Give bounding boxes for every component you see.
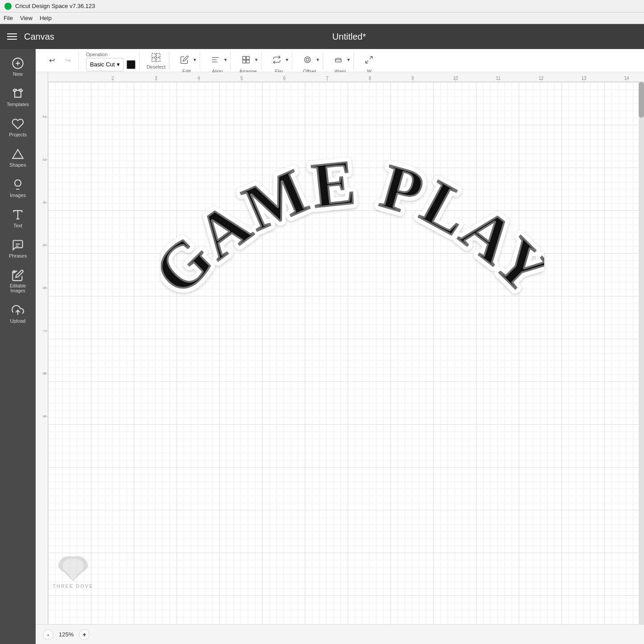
canvas-label: Canvas: [24, 32, 54, 42]
sidebar-item-projects-label: Projects: [9, 132, 27, 137]
flip-group: ▾ Flip: [265, 52, 292, 70]
hamburger-menu[interactable]: [7, 33, 17, 40]
warp-group: ▾ Warp: [327, 52, 354, 70]
arrange-icon: [242, 55, 250, 64]
sidebar-item-templates[interactable]: Templates: [2, 83, 34, 111]
align-button[interactable]: [207, 52, 223, 68]
deselect-label: Deselect: [147, 64, 166, 70]
text-icon: [12, 209, 24, 221]
operation-value: Basic Cut: [90, 61, 115, 68]
sidebar-item-images[interactable]: Images: [2, 174, 34, 202]
sidebar-item-text-label: Text: [13, 223, 22, 228]
offset-group: ▾ Offset: [296, 52, 323, 70]
sidebar-item-upload[interactable]: Upload: [2, 299, 34, 328]
shirt-icon: [12, 87, 24, 100]
svg-rect-11: [156, 53, 160, 57]
svg-rect-12: [152, 57, 156, 61]
sidebar-item-phrases[interactable]: Phrases: [2, 234, 34, 263]
lightbulb-icon: [12, 178, 24, 191]
svg-line-24: [370, 56, 373, 59]
svg-point-21: [305, 57, 311, 62]
sidebar-item-editable-images-label: EditableImages: [10, 283, 26, 293]
color-swatch[interactable]: [127, 60, 135, 69]
toolbar: ↩ ↪ Operation Basic Cut ▾: [36, 49, 644, 72]
scroll-thumb[interactable]: [639, 82, 644, 118]
svg-text:GAME PLAY: GAME PLAY: [161, 146, 544, 296]
deselect-button[interactable]: [148, 52, 164, 63]
undo-button[interactable]: ↩: [45, 54, 59, 67]
svg-point-22: [306, 58, 309, 61]
size-button[interactable]: [361, 52, 377, 68]
operation-label: Operation: [86, 52, 107, 57]
ruler-horizontal: 2 3 4 5 6 7 8 9 10: [48, 72, 644, 82]
operation-select[interactable]: Basic Cut ▾: [86, 58, 124, 71]
svg-rect-10: [152, 53, 156, 57]
document-title: Untitled*: [62, 32, 637, 42]
svg-text:GAME PLAY: GAME PLAY: [161, 146, 544, 296]
sidebar-item-shapes[interactable]: Shapes: [2, 144, 34, 172]
triangle-icon: [12, 148, 24, 160]
svg-rect-23: [336, 60, 341, 62]
app-logo: [4, 3, 12, 10]
zoom-in-button[interactable]: +: [79, 629, 90, 640]
canvas-artwork[interactable]: GAME PLAY GAME PLAY GAME PLAY: [61, 109, 644, 624]
operation-group: Operation Basic Cut ▾: [82, 52, 139, 70]
operation-dropdown-arrow: ▾: [117, 61, 120, 68]
edit-icon: [180, 55, 189, 64]
upload-icon: [12, 304, 24, 316]
deselect-icon: [151, 53, 161, 62]
sidebar-item-phrases-label: Phrases: [9, 253, 27, 258]
sidebar-item-projects[interactable]: Projects: [2, 113, 34, 142]
canvas-grid: GAME PLAY GAME PLAY GAME PLAY: [48, 82, 644, 624]
sidebar-item-text[interactable]: Text: [2, 204, 34, 233]
offset-icon: [303, 55, 312, 64]
svg-rect-19: [243, 60, 246, 63]
watermark-text: THREE DOVE: [53, 583, 94, 589]
zoom-out-button[interactable]: -: [43, 629, 53, 640]
svg-rect-17: [243, 56, 246, 59]
size-group: W: [357, 52, 381, 70]
game-play-svg: GAME PLAY GAME PLAY GAME PLAY: [161, 135, 544, 296]
offset-button[interactable]: [299, 52, 316, 68]
warp-icon: [334, 55, 343, 64]
menu-help[interactable]: Help: [40, 15, 52, 21]
sidebar-item-templates-label: Templates: [7, 102, 29, 107]
sidebar-item-editable-images[interactable]: EditableImages: [2, 265, 34, 298]
arrange-group: ▾ Arrange: [234, 52, 262, 70]
svg-text:GAME PLAY: GAME PLAY: [161, 146, 544, 296]
menu-view[interactable]: View: [20, 15, 33, 21]
watermark-logo: [55, 552, 91, 583]
svg-marker-3: [12, 150, 23, 159]
zoom-level: 125%: [59, 631, 74, 638]
vertical-scrollbar[interactable]: [639, 82, 644, 624]
titlebar: Cricut Design Space v7.36.123: [0, 0, 644, 12]
sidebar-item-images-label: Images: [10, 193, 26, 198]
flip-icon: [272, 55, 281, 64]
phrases-icon: [12, 239, 24, 251]
sidebar-item-upload-label: Upload: [10, 318, 26, 324]
app-header: Canvas Untitled*: [0, 24, 644, 49]
plus-circle-icon: [12, 57, 24, 70]
bottom-bar: - 125% +: [36, 624, 644, 644]
redo-button[interactable]: ↪: [61, 54, 75, 67]
edit-button[interactable]: [176, 52, 193, 68]
svg-rect-13: [156, 57, 160, 61]
canvas-container[interactable]: 2 3 4 5 6 7 8 9 10: [36, 72, 644, 624]
menubar: File View Help: [0, 12, 644, 24]
left-sidebar: New Templates Projects Shapes: [0, 49, 36, 644]
sidebar-item-shapes-label: Shapes: [9, 162, 26, 168]
size-icon: [365, 55, 373, 64]
sidebar-item-new[interactable]: New: [2, 53, 34, 81]
svg-point-8: [13, 271, 16, 273]
svg-rect-20: [246, 60, 250, 63]
menu-file[interactable]: File: [4, 15, 13, 21]
arrange-button[interactable]: [238, 52, 254, 68]
edit-group: ▾ Edit: [173, 52, 200, 70]
align-icon: [211, 55, 220, 64]
deselect-group: Deselect: [143, 52, 170, 70]
undo-redo-group: ↩ ↪: [41, 52, 79, 70]
warp-button[interactable]: [330, 52, 346, 68]
main-area: ↩ ↪ Operation Basic Cut ▾: [36, 49, 644, 644]
align-group: ▾ Align: [204, 52, 231, 70]
flip-button[interactable]: [269, 52, 285, 68]
